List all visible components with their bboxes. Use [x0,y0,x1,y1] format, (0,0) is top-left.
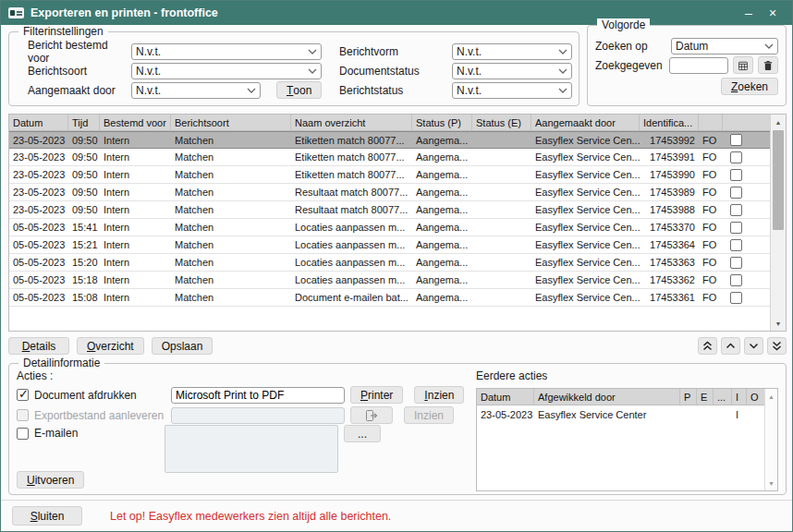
table-row[interactable]: 23-05-202309:50InternMatchenEtiketten ma… [9,131,770,149]
email-checkbox[interactable] [17,428,29,440]
ecol-datum: Datum [477,389,534,405]
sluiten-button[interactable]: Sluiten [12,506,82,526]
print-label: Document afdrukken [34,389,165,402]
col-status-e[interactable]: Status (E) [472,115,531,130]
berichtsoort-select[interactable]: N.v.t. [131,63,322,79]
previous-record-button[interactable] [721,337,740,355]
col-identificatie[interactable]: Identifica... [640,115,699,130]
col-select[interactable] [723,115,749,130]
chevron-down-icon [558,49,567,54]
toon-button[interactable]: Toon [276,81,322,99]
filter-groupbox: Filterinstellingen Bericht bestemd voor … [8,31,580,106]
berichtstatus-label: Berichtstatus [339,84,452,97]
more-options-button[interactable]: ... [344,425,381,442]
aangemaakt-door-label: Aangemaakt door [28,84,131,97]
mid-button-bar: Details Overzicht Opslaan [8,336,787,356]
row-checkbox[interactable] [730,204,742,216]
overzicht-button[interactable]: Overzicht [77,337,144,355]
footer-bar: Sluiten Let op! Easyflex medewerkers zie… [1,500,792,531]
table-row[interactable]: 23-05-202309:50InternMatchenEtiketten ma… [9,149,770,166]
dialog-window: Exporteren en printen - frontoffice – × … [0,0,793,532]
eerdere-acties-table: Datum Afgewikkeld door P E ... I O 23-05… [476,388,778,491]
ecol-o: O [747,389,763,405]
app-icon [8,7,24,18]
documentstatus-label: Documentstatus [339,65,452,78]
row-checkbox[interactable] [730,169,742,181]
last-record-button[interactable] [767,337,787,355]
table-row[interactable]: 05-05-202315:20InternMatchenLocaties aan… [9,254,770,272]
berichtvorm-label: Berichtvorm [339,45,452,58]
scroll-down-icon[interactable]: ▼ [771,316,786,331]
col-bestemd-voor[interactable]: Bestemd voor [100,115,171,130]
row-checkbox[interactable] [730,134,742,146]
print-checkbox[interactable] [17,389,29,401]
aangemaakt-door-select[interactable]: N.v.t. [131,82,261,99]
trash-icon-button[interactable] [758,56,778,74]
email-textarea [165,425,338,473]
calendar-button[interactable] [733,56,753,74]
ecol-e: E [697,389,714,405]
printer-button[interactable]: Printer [350,386,403,404]
col-naam-overzicht[interactable]: Naam overzicht [291,115,412,130]
bestemd-voor-select[interactable]: N.v.t. [131,43,322,60]
table-row[interactable]: 23-05-202309:50InternMatchenResultaat ma… [9,201,770,219]
bestemd-voor-label: Bericht bestemd voor [28,39,131,65]
col-aangemaakt-door[interactable]: Aangemaakt door [531,115,640,130]
zoeken-op-label: Zoeken op [595,40,671,53]
close-button[interactable]: × [761,6,785,20]
next-record-button[interactable] [744,337,763,355]
col-tijd[interactable]: Tijd [68,115,100,130]
minimize-button[interactable]: – [737,6,761,20]
table-row[interactable]: 23-05-202309:50InternMatchenEtiketten ma… [9,166,770,184]
berichten-table: Datum Tijd Bestemd voor Berichtsoort Naa… [8,114,787,332]
col-datum[interactable]: Datum [9,115,68,130]
opslaan-button[interactable]: Opslaan [152,337,214,355]
chevron-down-icon [308,68,317,74]
ecol-afgewikkeld-door: Afgewikkeld door [534,389,680,405]
table-row[interactable]: 23-05-202309:50InternMatchenResultaat ma… [9,184,770,201]
inzien-print-button[interactable]: Inzien [414,386,464,404]
eerdere-header: Datum Afgewikkeld door P E ... I O [477,389,764,405]
col-berichtsoort[interactable]: Berichtsoort [171,115,291,130]
chevron-down-icon [558,68,567,74]
row-checkbox[interactable] [730,257,742,269]
eerdere-acties-title: Eerdere acties [476,369,547,382]
row-checkbox[interactable] [730,151,742,163]
berichtsoort-label: Berichtsoort [28,65,131,78]
table-row[interactable]: 05-05-202315:41InternMatchenLocaties aan… [9,219,770,236]
row-checkbox[interactable] [730,187,742,199]
first-record-button[interactable] [698,337,717,355]
documentstatus-select[interactable]: N.v.t. [452,63,572,79]
row-checkbox[interactable] [730,222,742,234]
export-label: Exportbestand aanleveren [34,409,165,422]
export-input [171,407,345,424]
row-checkbox[interactable] [730,274,742,286]
scroll-down-icon[interactable]: ▼ [765,476,777,490]
table-row[interactable]: 05-05-202315:21InternMatchenLocaties aan… [9,236,770,254]
table-header: Datum Tijd Bestemd voor Berichtsoort Naa… [9,115,770,131]
table-scrollbar[interactable]: ▲ ▼ [770,115,786,331]
col-kantoor[interactable] [699,115,723,130]
berichtvorm-select[interactable]: N.v.t. [452,43,572,60]
volgorde-legend: Volgorde [597,18,650,31]
uitvoeren-button[interactable]: Uitvoeren [17,471,84,489]
zoeken-button[interactable]: Zoeken [721,78,778,95]
scroll-up-icon[interactable]: ▲ [765,389,777,404]
zoekgegeven-input[interactable] [669,57,728,74]
berichtstatus-select[interactable]: N.v.t. [452,82,572,99]
scrollbar-thumb[interactable] [773,130,784,230]
scroll-up-icon[interactable]: ▲ [771,115,786,129]
row-checkbox[interactable] [730,292,742,304]
printer-input[interactable] [171,387,345,404]
row-checkbox[interactable] [730,239,742,251]
chevron-down-icon [247,88,256,93]
col-status-p[interactable]: Status (P) [412,115,472,130]
zoeken-op-select[interactable]: Datum [671,38,778,54]
table-row[interactable]: 05-05-202315:18InternMatchenLocaties aan… [9,272,770,289]
ecol-p: P [680,389,697,405]
eerdere-row[interactable]: 23-05-2023 Easyflex Service Center I [477,405,764,423]
table-row[interactable]: 05-05-202315:08InternMatchenDocument e-m… [9,289,770,307]
eerdere-scrollbar[interactable]: ▲ ▼ [764,389,777,490]
details-button[interactable]: Details [8,337,69,355]
acties-label: Acties : [17,369,53,382]
